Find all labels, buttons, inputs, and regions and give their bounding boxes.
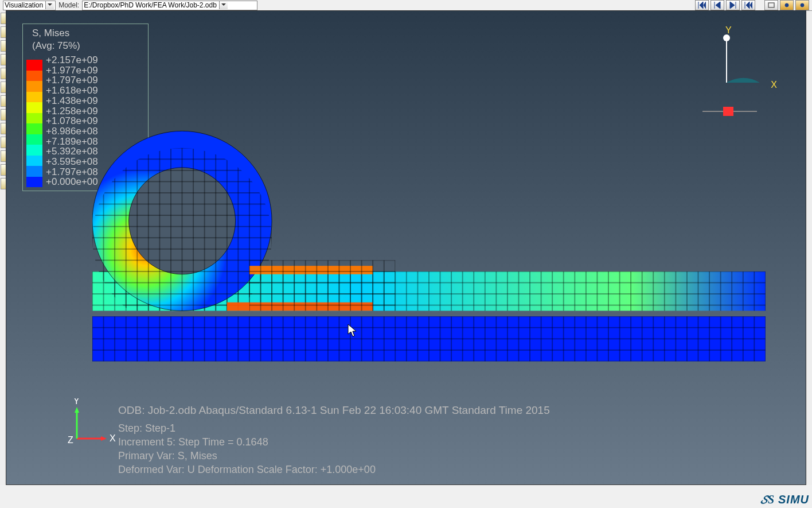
chevron-down-icon <box>45 1 54 9</box>
bottom-bar: 𝓢S SIMU <box>0 485 812 508</box>
svg-point-1 <box>785 3 788 7</box>
svg-rect-16 <box>249 260 395 311</box>
legend-value: +1.618e+09 <box>46 86 98 96</box>
legend-swatch <box>26 60 42 71</box>
odb-info-line: ODB: Job-2.odb Abaqus/Standard 6.13-1 Su… <box>118 404 550 417</box>
svg-rect-9 <box>92 316 766 361</box>
model-path-value: E:/Dropbox/PhD Work/FEA Work/Job-2.odb <box>84 1 217 9</box>
legend-swatch <box>26 81 42 92</box>
chevron-down-icon <box>219 1 228 9</box>
model-label: Model: <box>58 1 79 9</box>
legend-swatch <box>26 123 42 134</box>
legend-value: +2.157e+09 <box>46 55 98 65</box>
legend-swatch <box>26 134 42 145</box>
status-step: Step: Step-1 <box>118 421 376 435</box>
legend-title: S, Mises <box>26 28 145 39</box>
status-block: Step: Step-1 Increment 5: Step Time = 0.… <box>118 421 376 476</box>
axis-y-label: Y <box>73 398 80 406</box>
left-tool-strip <box>0 10 6 485</box>
legend-avg: (Avg: 75%) <box>26 40 145 52</box>
legend-swatch <box>26 113 42 124</box>
legend-swatch <box>26 102 42 113</box>
module-dropdown[interactable]: Visualization <box>3 1 56 10</box>
legend-color-bar <box>26 60 42 187</box>
step-forward-button[interactable] <box>726 0 740 10</box>
model-path-dropdown[interactable]: E:/Dropbox/PhD Work/FEA Work/Job-2.odb <box>82 1 257 10</box>
status-deformed-var: Deformed Var: U Deformation Scale Factor… <box>118 463 376 476</box>
triad-y-label: Y <box>725 25 732 36</box>
step-back-button[interactable] <box>710 0 724 10</box>
status-primary-var: Primary Var: S, Mises <box>118 449 376 463</box>
legend-value: +1.078e+09 <box>46 116 98 126</box>
top-toolbar: Visualization Model: E:/Dropbox/PhD Work… <box>0 0 812 11</box>
animation-settings-button[interactable] <box>764 0 778 10</box>
display-1-button[interactable] <box>780 0 794 10</box>
legend-swatch <box>26 177 42 188</box>
legend-value: +0.000e+00 <box>46 177 98 187</box>
legend-swatch <box>26 166 42 177</box>
legend-value: +1.797e+09 <box>46 75 98 86</box>
legend-value: +5.392e+08 <box>46 146 98 157</box>
legend-swatch <box>26 145 42 156</box>
viewport[interactable]: S, Mises (Avg: 75%) +2.157e+09 +1.977e+0… <box>6 10 806 485</box>
svg-point-2 <box>801 3 804 7</box>
module-dropdown-value: Visualization <box>5 1 43 9</box>
legend-value: +1.258e+09 <box>46 106 98 117</box>
axis-x-label: X <box>110 433 116 443</box>
status-increment: Increment 5: Step Time = 0.1648 <box>118 435 376 449</box>
triad-x-label: X <box>771 80 777 90</box>
fea-contour-plot <box>92 114 766 373</box>
legend-values: +2.157e+09 +1.977e+09 +1.797e+09 +1.618e… <box>46 55 98 187</box>
legend-value: +7.189e+08 <box>46 137 98 147</box>
axis-z-label: Z <box>68 435 73 445</box>
svg-marker-20 <box>75 407 79 413</box>
legend-swatch <box>26 71 42 82</box>
legend-value: +3.595e+08 <box>46 157 98 167</box>
legend-value: +8.986e+08 <box>46 126 98 137</box>
svg-rect-0 <box>768 3 774 7</box>
legend-swatch <box>26 156 42 166</box>
go-first-button[interactable] <box>695 0 709 10</box>
legend-value: +1.438e+09 <box>46 96 98 106</box>
mini-axes-triad: X Y Z <box>67 398 112 444</box>
legend-value: +1.797e+08 <box>46 167 98 177</box>
brand-text: SIMU <box>778 493 809 506</box>
display-2-button[interactable] <box>795 0 809 10</box>
svg-marker-18 <box>101 436 107 441</box>
playback-controls <box>695 0 809 10</box>
legend-value: +1.977e+09 <box>46 65 98 76</box>
legend-swatch <box>26 92 42 103</box>
go-last-button[interactable] <box>741 0 755 10</box>
brand-logo: 𝓢S SIMU <box>760 493 809 506</box>
